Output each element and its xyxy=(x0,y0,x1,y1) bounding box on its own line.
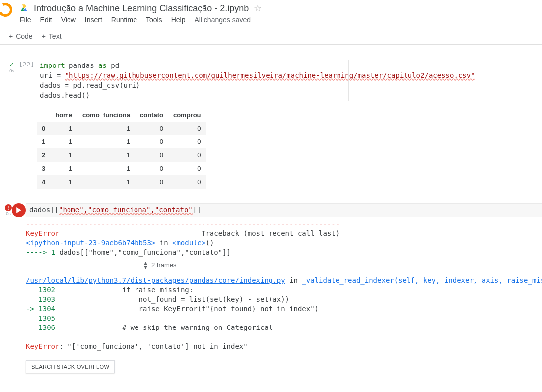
output-dataframe: home como_funciona contato comprou 01100… xyxy=(37,108,206,189)
menubar: File Edit View Insert Runtime Tools Help… xyxy=(20,15,538,28)
menu-help[interactable]: Help xyxy=(171,16,186,24)
traceback-link[interactable]: <ipython-input-23-9aeb6b74bb53> xyxy=(26,239,155,247)
expand-icon: ▴▾ xyxy=(144,261,147,269)
exec-time: 0s xyxy=(6,211,11,216)
document-title[interactable]: Introdução a Machine Learning Classifica… xyxy=(34,3,249,14)
code-editor[interactable]: dados[["home","como_funciona","contato"]… xyxy=(26,203,542,216)
menu-insert[interactable]: Insert xyxy=(85,16,102,24)
add-code-button[interactable]: + Code xyxy=(9,32,33,40)
save-status[interactable]: All changes saved xyxy=(194,16,251,24)
check-icon: ✓ xyxy=(9,61,15,68)
frames-expander[interactable]: ▴▾ 2 frames xyxy=(26,261,542,269)
code-editor[interactable]: import pandas as pd uri = "https://raw.g… xyxy=(37,60,532,101)
star-icon[interactable]: ☆ xyxy=(254,3,262,14)
cell-prompt: [22] xyxy=(19,60,37,189)
menu-tools[interactable]: Tools xyxy=(146,16,162,24)
menu-file[interactable]: File xyxy=(20,16,31,24)
menu-runtime[interactable]: Runtime xyxy=(111,16,137,24)
menu-view[interactable]: View xyxy=(61,16,76,24)
drive-icon xyxy=(20,3,29,14)
colab-logo-icon xyxy=(0,1,14,19)
error-icon: ! xyxy=(5,204,12,211)
search-stackoverflow-button[interactable]: SEARCH STACK OVERFLOW xyxy=(26,360,115,373)
cell-output: ----------------------------------------… xyxy=(26,216,542,257)
cell-output: /usr/local/lib/python3.7/dist-packages/p… xyxy=(26,273,542,351)
menu-edit[interactable]: Edit xyxy=(40,16,52,24)
add-text-button[interactable]: + Text xyxy=(42,32,62,40)
exec-time: 0s xyxy=(9,68,14,73)
traceback-file-link[interactable]: /usr/local/lib/python3.7/dist-packages/p… xyxy=(26,276,285,284)
run-button[interactable] xyxy=(12,203,26,217)
